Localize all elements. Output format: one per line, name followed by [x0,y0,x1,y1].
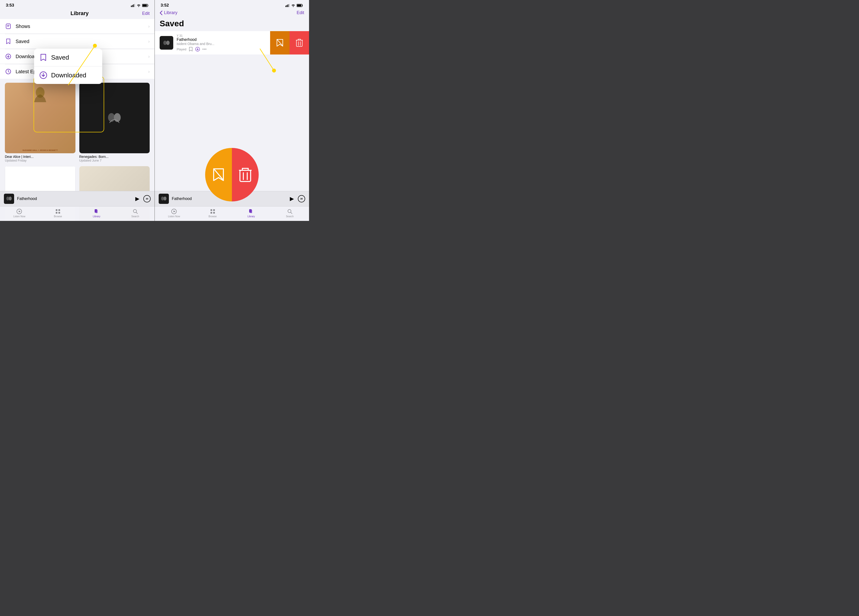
unsave-icon [276,39,284,47]
skip-button-right[interactable]: 30 [298,195,305,203]
tab-listen-now-right[interactable]: Listen Now [155,209,194,218]
svg-line-63 [290,212,292,214]
svg-rect-18 [56,212,58,214]
tab-library-right[interactable]: Library [232,209,270,218]
tab-listen-now-label-left: Listen Now [13,215,25,218]
svg-point-33 [163,41,167,45]
renegades-updated: Updated June 7 [79,159,150,162]
downloaded-chevron: › [148,54,150,59]
svg-rect-0 [131,6,132,7]
episode-bookmark-icon [189,47,193,51]
tab-search-left[interactable]: Search [116,209,155,218]
library-icon-right [248,209,254,214]
listen-now-icon [16,209,22,214]
library-icon-left [94,209,100,214]
tab-library-label-left: Library [93,215,100,218]
tab-bar-right: Listen Now Browse Library Search [155,206,309,221]
svg-rect-3 [134,4,135,7]
circle-delete-icon [239,167,251,182]
dear-alice-updated: Updated Friday [5,159,75,162]
shows-label: Shows [16,23,148,29]
svg-rect-2 [133,5,134,7]
episode-more-icon[interactable]: ••• [203,47,207,51]
svg-rect-19 [58,212,60,214]
now-playing-controls-left: ▶ 30 [135,195,151,203]
svg-rect-56 [211,209,212,211]
svg-marker-55 [173,211,175,212]
saved-chevron: › [148,39,150,44]
tab-search-label-left: Search [131,215,139,218]
episode-download-icon [195,47,200,51]
listen-now-icon-right [171,209,177,214]
popup-downloaded-icon [39,71,48,80]
svg-rect-32 [297,5,301,6]
svg-point-64 [272,69,276,72]
episode-info: Y 31 Fatherhood isident Obama and Bru...… [176,34,269,51]
svg-point-13 [9,196,12,200]
big-circle-overlay [205,148,259,201]
wifi-icon [137,4,141,7]
svg-rect-30 [289,4,290,7]
wifi-icon-right [291,4,295,7]
edit-button-left[interactable]: Edit [142,11,150,16]
svg-line-23 [136,212,137,214]
downloaded-icon [5,53,12,60]
back-label: Library [164,10,177,15]
svg-rect-27 [286,6,286,7]
status-bar-left: 3:53 [0,0,155,9]
svg-rect-58 [211,212,212,214]
circle-unsave-icon [212,167,225,182]
signal-icon-right [286,4,290,7]
popup-saved-label: Saved [51,54,69,61]
popup-box: Saved Downloaded [34,49,102,84]
now-playing-title-left: Fatherhood [17,196,135,201]
status-icons-left [131,4,149,7]
saved-icon [5,38,12,45]
play-button-left[interactable]: ▶ [135,196,139,202]
swipe-delete-button[interactable] [290,31,309,55]
status-bar-right: 3:52 [155,0,309,9]
saved-page-title: Saved [155,18,309,31]
popup-saved-icon [39,53,48,62]
tab-listen-now-left[interactable]: Listen Now [0,209,39,218]
skip-button-left[interactable]: 30 [143,195,151,203]
play-button-right[interactable]: ▶ [290,196,294,202]
saved-label: Saved [16,39,148,44]
popup-downloaded-label: Downloaded [51,72,86,79]
library-title: Library [17,10,142,17]
header-right: Library Edit [155,9,309,18]
tab-browse-label-right: Browse [209,215,217,218]
svg-rect-17 [58,209,60,211]
tab-library-left[interactable]: Library [77,209,116,218]
signal-icon [131,4,135,7]
tab-search-right[interactable]: Search [270,209,309,218]
menu-item-saved[interactable]: Saved › [0,34,155,49]
shows-icon [5,23,12,30]
episode-art [159,36,173,50]
now-playing-art-right [159,193,169,204]
menu-item-shows[interactable]: Shows › [0,19,155,34]
svg-rect-28 [287,5,287,7]
latest-icon [5,68,12,75]
back-button-right[interactable]: Library [159,10,177,15]
swipe-row-container: Y 31 Fatherhood isident Obama and Bru...… [155,31,309,55]
tab-browse-left[interactable]: Browse [39,209,77,218]
episode-title: Fatherhood [176,37,269,42]
shows-chevron: › [148,24,150,29]
edit-button-right[interactable]: Edit [297,10,304,15]
tab-browse-right[interactable]: Browse [194,209,232,218]
browse-icon-right [210,209,216,214]
now-playing-left[interactable]: Fatherhood ▶ 30 [0,191,155,206]
svg-rect-37 [297,40,302,47]
svg-point-34 [166,41,170,45]
tab-browse-label-left: Browse [54,215,62,218]
popup-item-downloaded[interactable]: Downloaded [34,66,102,84]
status-time-left: 3:53 [6,3,14,8]
svg-rect-29 [287,5,288,7]
svg-rect-5 [143,5,147,6]
battery-icon [142,4,149,7]
back-chevron-icon [159,11,162,15]
swipe-unsave-button[interactable] [270,31,290,55]
popup-item-saved[interactable]: Saved [34,49,102,66]
svg-rect-59 [213,212,215,214]
